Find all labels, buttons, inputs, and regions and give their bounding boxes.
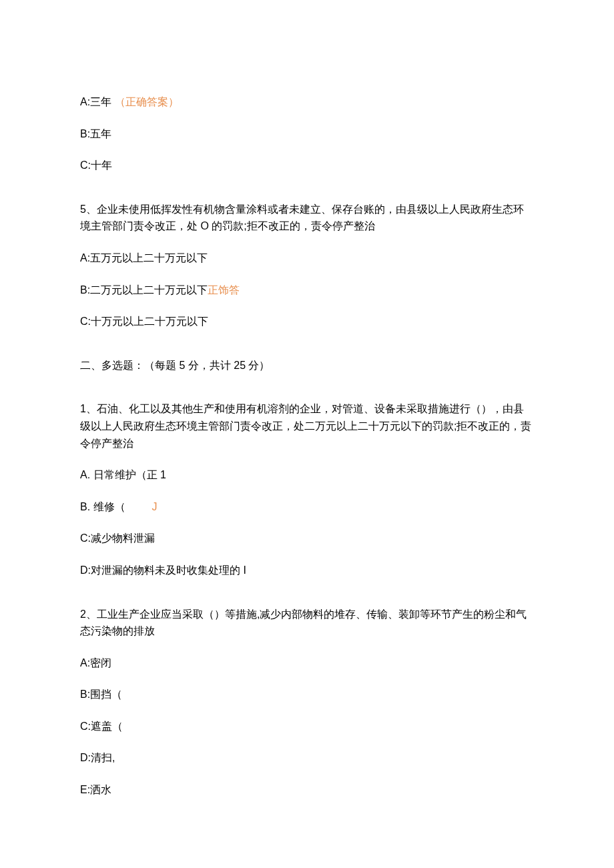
mq2-option-c: C:遮盖（ — [80, 718, 534, 735]
mq1-text: 1、石油、化工以及其他生产和使用有机溶剂的企业，对管道、设备未采取措施进行（），… — [80, 400, 534, 452]
mq1-option-a: A. 日常维护（正 1 — [80, 466, 534, 484]
section2-header: 二、多选题：（每题 5 分，共计 25 分） — [80, 357, 534, 374]
q5-text: 5、企业未使用低挥发性有机物含量涂料或者未建立、保存台账的，由县级以上人民政府生… — [80, 201, 534, 235]
q4-option-b: B:五年 — [80, 125, 534, 143]
mq1-option-b: B. 维修（J — [80, 498, 534, 516]
mq1-option-b-j: J — [152, 501, 158, 512]
q4-option-c: C:十年 — [80, 157, 534, 174]
mq2-text: 2、工业生产企业应当采取（）等措施,减少内部物料的堆存、传输、装卸等环节产生的粉… — [80, 606, 534, 640]
q5-option-b: B:二万元以上二十万元以下正饰答 — [80, 282, 534, 299]
mq2-option-a: A:密闭 — [80, 655, 534, 672]
q5-option-c: C:十万元以上二十万元以下 — [80, 313, 534, 330]
mq1-option-b-text: B. 维修（ — [80, 501, 125, 512]
q4-option-a: A:三年 （正确答案） — [80, 93, 534, 111]
mq2-option-e: E:洒水 — [80, 781, 534, 799]
mq2-option-d: D:清扫, — [80, 749, 534, 767]
q4-option-a-correct: （正确答案） — [115, 96, 179, 107]
q5-option-b-correct: 正饰答 — [208, 284, 240, 296]
q5-option-a: A:五万元以上二十万元以下 — [80, 250, 534, 267]
mq1-option-d: D:对泄漏的物料未及时收集处理的 I — [80, 562, 534, 579]
mq1-option-c: C:减少物料泄漏 — [80, 530, 534, 547]
q4-option-a-text: A:三年 — [80, 96, 111, 107]
q5-option-b-text: B:二万元以上二十万元以下 — [80, 284, 208, 296]
mq2-option-b: B:围挡（ — [80, 686, 534, 703]
